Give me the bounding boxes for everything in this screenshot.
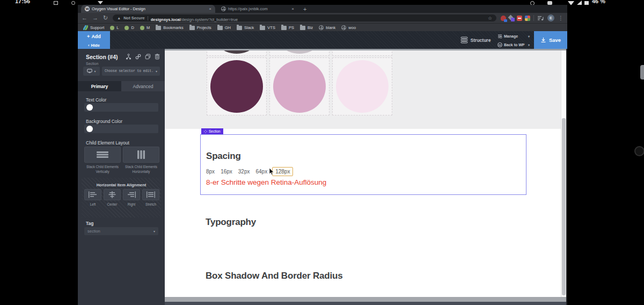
align-right-label: Right	[123, 202, 140, 206]
add-button[interactable]: + Add	[78, 31, 110, 41]
mouse-cursor	[269, 168, 275, 176]
folder-icon	[217, 26, 223, 30]
tab-oxygen-editor[interactable]: W Oxygen Visual Editor - Design ×	[81, 5, 215, 13]
folder-icon	[300, 26, 305, 30]
browser-toolbar: ← → ↻ ▲ Not Secure designsys.local/desig…	[78, 13, 567, 23]
edge-handle[interactable]	[640, 65, 644, 79]
not-secure-icon: ▲	[117, 16, 121, 20]
duplicate-icon[interactable]	[145, 54, 151, 60]
browser-menu-icon[interactable]: ⋮	[558, 15, 564, 21]
background-color-label: Background Color	[86, 119, 122, 124]
profile-avatar[interactable]: E	[547, 14, 554, 21]
tag-select[interactable]: section ▾	[84, 227, 158, 235]
scrollbar-thumb[interactable]	[562, 118, 566, 295]
palette-circle	[273, 60, 326, 113]
color-swatch[interactable]	[86, 104, 93, 111]
manage-button[interactable]: Manage ▾	[496, 32, 531, 40]
color-swatch-cell	[332, 50, 392, 56]
spacing-size: 32px	[238, 169, 250, 175]
bookmarks-bar: Support L D M Bookmarks Projects GH Slac…	[78, 23, 567, 32]
stack-horizontal-button[interactable]	[123, 147, 159, 163]
reload-icon[interactable]: ↻	[103, 15, 108, 21]
align-center-button[interactable]	[104, 189, 121, 200]
bookmark-item[interactable]: Support	[83, 25, 104, 30]
address-bar[interactable]: ▲ Not Secure designsys.local/design-syst…	[113, 14, 496, 21]
color-swatch[interactable]	[86, 126, 93, 132]
tab-title: https://palx.jxnblk.com	[228, 6, 268, 11]
url-domain: designsys.local	[151, 17, 181, 22]
align-left-label: Left	[84, 202, 101, 206]
align-right-button[interactable]	[123, 189, 140, 200]
caret-down-icon	[98, 1, 103, 4]
align-stretch-button[interactable]	[142, 189, 159, 200]
canvas-scrollbar[interactable]	[561, 50, 566, 297]
spacing-size: 64px	[256, 169, 268, 175]
device-selector[interactable]: ▾	[83, 67, 100, 76]
reading-list-icon[interactable]	[537, 15, 544, 21]
bookmark-item[interactable]: PS	[281, 25, 294, 30]
bookmark-item[interactable]: Biz	[300, 25, 313, 30]
spacing-size-selected[interactable]: 128px	[272, 167, 293, 176]
sidebar-tabs: Primary Advanced	[78, 81, 165, 91]
tab-close-icon[interactable]: ×	[291, 6, 294, 11]
window-bottom-edge	[165, 297, 566, 302]
bookmark-star-icon[interactable]: ☆	[488, 16, 492, 21]
edge-indicator	[634, 146, 644, 156]
align-center-label: Center	[104, 202, 121, 206]
bookmark-item[interactable]: L	[110, 25, 119, 30]
bookmark-item[interactable]: Bookmarks	[156, 25, 184, 30]
new-tab-button[interactable]: +	[303, 6, 306, 12]
text-color-input[interactable]	[84, 103, 158, 112]
align-stretch-label: Stretch	[142, 202, 159, 206]
tab-advanced[interactable]: Advanced	[121, 81, 165, 91]
back-to-wp-button[interactable]: Back to WP ▾	[496, 41, 531, 48]
stack-vertical-button[interactable]	[84, 147, 121, 163]
alignment-label: Horizontal Item Alignment	[78, 183, 165, 187]
bookmark-item[interactable]: woo	[341, 25, 356, 30]
extension-icon[interactable]	[525, 16, 530, 21]
bookmark-item[interactable]: GH	[217, 25, 231, 30]
forward-icon[interactable]: →	[92, 15, 98, 21]
bookmark-favicon	[83, 25, 88, 30]
hierarchy-icon[interactable]	[126, 54, 131, 60]
hide-button[interactable]: ‹ Hide	[78, 41, 110, 49]
battery-icon	[584, 1, 589, 5]
tab-title: Oxygen Visual Editor - Design	[92, 6, 145, 11]
extension-icon[interactable]	[517, 16, 522, 21]
background-color-input[interactable]	[84, 125, 158, 133]
section-badge[interactable]: Section	[201, 128, 223, 134]
palette-circle	[210, 60, 263, 113]
boxshadow-heading: Box Shadow And Border Radius	[206, 271, 342, 281]
align-left-button[interactable]	[84, 189, 101, 200]
element-type-label: Section	[86, 62, 98, 66]
globe-icon	[319, 25, 324, 30]
back-icon[interactable]: ←	[82, 15, 87, 21]
align-left-icon	[88, 191, 98, 198]
palette-circle	[335, 50, 389, 54]
tab-close-icon[interactable]: ×	[209, 6, 211, 11]
selector-dropdown[interactable]: Choose selector to edit... ▾	[102, 67, 160, 76]
tab-primary[interactable]: Primary	[78, 81, 121, 91]
bookmark-item[interactable]: Slack	[237, 25, 254, 30]
tab-palx[interactable]: https://palx.jxnblk.com ×	[217, 5, 298, 13]
color-swatch-cell	[269, 50, 330, 56]
structure-button[interactable]: Structure	[458, 31, 493, 49]
extension-icon[interactable]	[509, 16, 514, 21]
bookmark-item[interactable]: VTS	[260, 25, 275, 30]
spacing-heading: Spacing	[206, 151, 241, 162]
extension-icon[interactable]	[501, 16, 506, 21]
extensions-row	[501, 16, 530, 21]
link-icon[interactable]	[135, 54, 141, 60]
trash-icon[interactable]	[155, 54, 160, 60]
bookmark-item[interactable]: D	[125, 25, 134, 30]
spacing-note: 8-er Schritte wegen Retina-Auflösung	[206, 178, 326, 186]
spacing-sizes-row: 8px 16px 32px 64px 128px	[206, 167, 293, 176]
layers-icon	[460, 37, 468, 43]
page-canvas[interactable]: Section Spacing 8px 16px 32px 64px 128px…	[165, 50, 566, 297]
bookmark-item[interactable]: Projects	[189, 25, 211, 30]
wordpress-favicon: W	[85, 6, 90, 11]
bookmark-item[interactable]: blank	[319, 25, 335, 30]
bookmark-item[interactable]: M	[140, 25, 150, 30]
save-button[interactable]: Save	[534, 31, 567, 49]
selected-section-outline[interactable]: Spacing 8px 16px 32px 64px 128px 8-er Sc…	[200, 134, 526, 195]
